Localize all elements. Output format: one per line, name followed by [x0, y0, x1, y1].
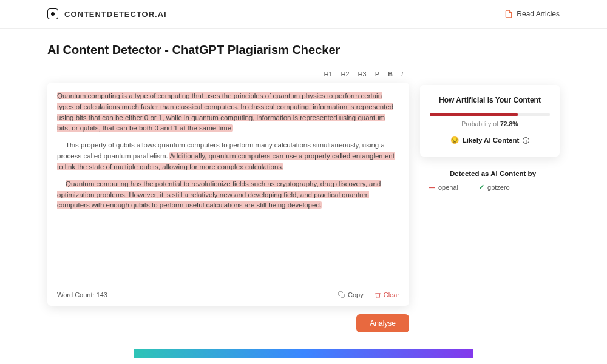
copy-label: Copy	[348, 291, 364, 298]
result-title: How Artificial is Your Content	[430, 96, 550, 104]
format-bold-button[interactable]: B	[388, 70, 393, 78]
probability-meter-fill	[430, 113, 518, 116]
copy-button[interactable]: Copy	[338, 291, 364, 298]
format-h2-button[interactable]: H2	[341, 70, 350, 78]
highlighted-text: Quantum computing has the potential to r…	[57, 180, 381, 209]
detected-title: Detected as AI Content by	[426, 170, 560, 177]
analyse-row: Analyse	[47, 314, 409, 332]
result-card: How Artificial is Your Content Probabili…	[420, 85, 560, 157]
clear-button[interactable]: Clear	[375, 291, 399, 298]
page-title: AI Content Detector - ChatGPT Plagiarism…	[47, 43, 560, 57]
dash-icon: —	[429, 184, 435, 191]
editor-card: Quantum computing is a type of computing…	[47, 83, 409, 306]
layout-row: H1 H2 H3 P B I Quantum computing is a ty…	[47, 68, 560, 332]
header: CONTENTDETECTOR.AI Read Articles	[0, 0, 607, 29]
brand-logo-icon	[47, 8, 58, 19]
verdict-emoji-icon: 😒	[450, 136, 459, 144]
probability-meter	[430, 113, 550, 116]
detector-name: gptzero	[487, 184, 510, 191]
verdict-text: Likely AI Content	[463, 136, 520, 144]
brand[interactable]: CONTENTDETECTOR.AI	[47, 8, 167, 19]
editor-paragraph: Quantum computing has the potential to r…	[57, 179, 399, 211]
format-toolbar: H1 H2 H3 P B I	[47, 68, 409, 83]
editor-paragraph: Quantum computing is a type of computing…	[57, 91, 399, 134]
format-h3-button[interactable]: H3	[358, 70, 367, 78]
check-icon: ✓	[479, 183, 484, 191]
svg-rect-0	[341, 294, 345, 298]
probability-label: Probability of	[461, 120, 498, 127]
read-articles-link[interactable]: Read Articles	[504, 10, 560, 18]
gradient-banner	[134, 349, 473, 358]
detectors-list: —openai✓gptzero	[426, 183, 560, 191]
detected-block: Detected as AI Content by —openai✓gptzer…	[420, 170, 560, 191]
format-h1-button[interactable]: H1	[324, 70, 332, 78]
main-container: AI Content Detector - ChatGPT Plagiarism…	[0, 29, 607, 358]
editor-paragraph: This property of qubits allows quantum c…	[57, 140, 399, 172]
editor-column: H1 H2 H3 P B I Quantum computing is a ty…	[47, 68, 409, 332]
copy-icon	[338, 291, 345, 298]
detector-item: —openai	[429, 183, 458, 191]
info-icon[interactable]: i	[523, 137, 529, 144]
trash-icon	[375, 292, 381, 298]
document-icon	[504, 10, 513, 18]
brand-text: CONTENTDETECTOR.AI	[64, 10, 167, 19]
editor-textarea[interactable]: Quantum computing is a type of computing…	[57, 91, 399, 286]
clear-label: Clear	[384, 291, 399, 298]
analyse-button[interactable]: Analyse	[356, 314, 409, 332]
detector-name: openai	[438, 184, 458, 191]
format-italic-button[interactable]: I	[401, 70, 403, 78]
word-count-value: 143	[97, 291, 107, 298]
editor-footer: Word Count: 143 Copy	[57, 286, 399, 298]
probability-value: 72.8%	[500, 120, 518, 127]
highlighted-text: Quantum computing is a type of computing…	[57, 92, 393, 132]
detector-item: ✓gptzero	[479, 183, 510, 191]
format-p-button[interactable]: P	[375, 70, 379, 78]
word-count: Word Count: 143	[57, 291, 107, 298]
read-articles-label: Read Articles	[517, 10, 560, 18]
results-column: How Artificial is Your Content Probabili…	[420, 68, 560, 191]
word-count-label: Word Count:	[57, 291, 95, 298]
verdict: 😒 Likely AI Content i	[430, 136, 550, 144]
probability-text: Probability of 72.8%	[430, 120, 550, 127]
